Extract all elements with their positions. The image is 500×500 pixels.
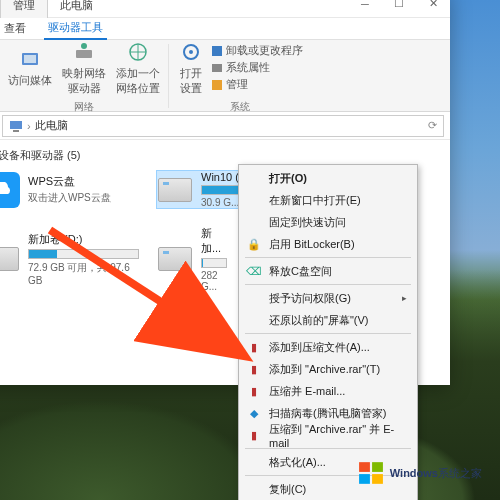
lock-icon: 🔒 <box>247 237 261 251</box>
drive-wps[interactable]: WPS云盘 双击进入WPS云盘 <box>0 171 139 208</box>
drive-e[interactable]: 新加... 282 G... <box>157 226 227 292</box>
pc-icon <box>9 119 23 133</box>
svg-point-6 <box>189 50 193 54</box>
ctx-add-archiverar[interactable]: ▮添加到 "Archive.rar"(T) <box>241 358 415 380</box>
svg-rect-2 <box>76 50 92 58</box>
svg-rect-7 <box>212 46 222 56</box>
svg-rect-9 <box>212 80 222 90</box>
ribbon-tab-view[interactable]: 查看 <box>0 18 30 39</box>
ribbon-mapdrive[interactable]: 映射网络 驱动器 <box>60 38 108 98</box>
disk-icon <box>158 247 192 271</box>
address-bar: ↑ › 此电脑 ⟳ <box>0 112 450 140</box>
svg-rect-16 <box>372 474 383 484</box>
rar-icon: ▮ <box>247 362 261 376</box>
svg-rect-8 <box>212 64 222 72</box>
svg-point-3 <box>81 43 87 49</box>
ctx-pin-quickaccess[interactable]: 固定到快速访问 <box>241 211 415 233</box>
shield-icon: ◆ <box>247 406 261 420</box>
windows-logo-icon <box>358 460 384 486</box>
gear-icon <box>179 40 203 64</box>
ctx-zip-email2[interactable]: ▮压缩到 "Archive.rar" 并 E-mail <box>241 424 415 446</box>
disk-icon <box>0 247 19 271</box>
ctx-zip-email[interactable]: ▮压缩并 E-mail... <box>241 380 415 402</box>
ctx-newwindow[interactable]: 在新窗口中打开(E) <box>241 189 415 211</box>
media-icon <box>18 47 42 71</box>
rar-icon: ▮ <box>247 428 261 442</box>
wps-cloud-icon <box>0 172 20 208</box>
title-tab-manage[interactable]: 管理 <box>0 0 48 18</box>
mapdrive-icon <box>72 40 96 64</box>
ctx-add-archive[interactable]: ▮添加到压缩文件(A)... <box>241 336 415 358</box>
title-tab-pc: 此电脑 <box>48 0 105 18</box>
disk-icon <box>158 178 192 202</box>
ctx-free-space[interactable]: ⌫释放C盘空间 <box>241 260 415 282</box>
svg-rect-13 <box>359 462 370 472</box>
rar-icon: ▮ <box>247 384 261 398</box>
minimize-button[interactable]: ─ <box>348 0 382 16</box>
svg-rect-14 <box>372 462 383 472</box>
ctx-bitlocker[interactable]: 🔒启用 BitLocker(B) <box>241 233 415 255</box>
section-header[interactable]: ⌄ 设备和驱动器 (5) <box>0 148 436 163</box>
ribbon-uninstall[interactable]: 卸载或更改程序 <box>211 43 303 58</box>
breadcrumb-pc: 此电脑 <box>35 118 68 133</box>
rar-icon: ▮ <box>247 340 261 354</box>
titlebar: 管理 此电脑 ─ ☐ ✕ <box>0 0 450 18</box>
svg-rect-10 <box>10 121 22 129</box>
maximize-button[interactable]: ☐ <box>382 0 416 16</box>
svg-rect-15 <box>359 474 370 484</box>
manage-icon <box>211 79 223 91</box>
breadcrumb[interactable]: › 此电脑 ⟳ <box>2 115 444 137</box>
ctx-previous[interactable]: 还原以前的"屏幕"(V) <box>241 309 415 331</box>
uninstall-icon <box>211 45 223 57</box>
svg-rect-1 <box>24 55 36 63</box>
close-button[interactable]: ✕ <box>416 0 450 16</box>
ctx-grant-access[interactable]: 授予访问权限(G)▸ <box>241 287 415 309</box>
ribbon-addnet[interactable]: 添加一个 网络位置 <box>114 38 162 98</box>
drive-d[interactable]: 新加卷 (D:) 72.9 GB 可用，共 97.6 GB <box>0 226 139 292</box>
broom-icon: ⌫ <box>247 264 261 278</box>
ribbon-sysprops[interactable]: 系统属性 <box>211 60 303 75</box>
ribbon-manage[interactable]: 管理 <box>211 77 303 92</box>
ribbon-media[interactable]: 访问媒体 <box>6 45 54 90</box>
svg-rect-11 <box>13 130 19 132</box>
ctx-open[interactable]: 打开(O) <box>241 167 415 189</box>
watermark: Windows系统之家 <box>358 460 482 486</box>
addnet-icon <box>126 40 150 64</box>
ribbon: 访问媒体 映射网络 驱动器 添加一个 网络位置 网络 打开 设置 <box>0 40 450 112</box>
sysprops-icon <box>211 62 223 74</box>
ribbon-opensettings[interactable]: 打开 设置 <box>177 38 205 98</box>
context-menu: 打开(O) 在新窗口中打开(E) 固定到快速访问 🔒启用 BitLocker(B… <box>238 164 418 500</box>
